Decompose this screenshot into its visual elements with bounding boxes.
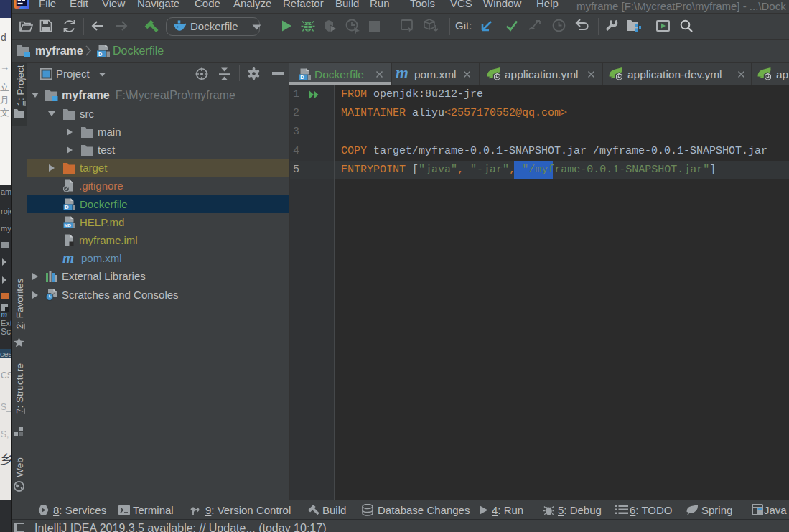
svg-text:MD: MD (64, 223, 71, 228)
svg-text:D: D (65, 204, 69, 210)
svg-text:m: m (396, 67, 408, 80)
svg-text:D: D (300, 74, 304, 80)
svg-text:m: m (62, 253, 74, 264)
svg-text:D: D (98, 51, 103, 57)
